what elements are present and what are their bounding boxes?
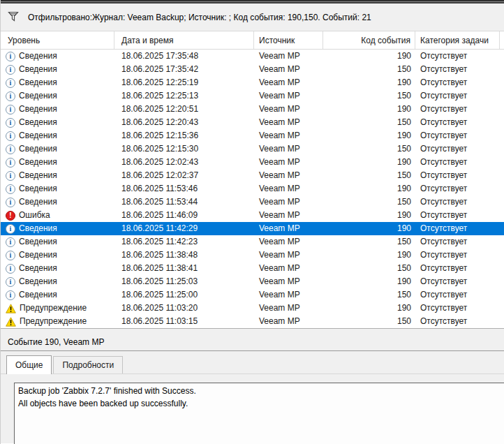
cell-source: Veeam MP [254,235,323,249]
info-icon: i [6,277,15,287]
cell-datetime: 18.06.2025 12:02:43 [114,156,254,169]
cell-datetime: 18.06.2025 12:15:30 [114,142,254,156]
cell-filler [500,249,504,262]
cell-category: Отсутствует [415,182,500,195]
cell-code: 190 [323,182,415,195]
event-description-line: Backup job 'Zabbix 7.2.7' finished with … [18,385,503,397]
event-row[interactable]: Предупреждение18.06.2025 11:03:20Veeam M… [1,302,504,315]
event-list: iСведения18.06.2025 17:35:48Veeam MP190О… [1,50,504,328]
event-row[interactable]: !Ошибка18.06.2025 11:46:09Veeam MP190Отс… [1,209,504,222]
event-row[interactable]: iСведения18.06.2025 11:25:03Veeam MP190О… [1,275,504,288]
event-row[interactable]: iСведения18.06.2025 11:25:00Veeam MP150О… [1,288,504,302]
cell-category: Отсутствует [415,262,500,275]
cell-category: Отсутствует [415,63,500,76]
level-label: Сведения [19,288,57,302]
info-icon: i [6,198,15,207]
event-row[interactable]: iСведения18.06.2025 11:42:23Veeam MP150О… [1,235,504,249]
cell-level: iСведения [1,222,114,235]
cell-source: Veeam MP [254,103,323,116]
cell-source: Veeam MP [254,195,323,209]
warning-icon [6,317,16,327]
level-label: Сведения [19,249,57,262]
cell-category: Отсутствует [415,50,500,63]
cell-level: iСведения [1,262,114,275]
event-description-box[interactable]: Backup job 'Zabbix 7.2.7' finished with … [14,383,504,444]
column-header-source[interactable]: Источник [254,31,323,49]
column-header-datetime[interactable]: Дата и время [114,31,254,49]
tab-general[interactable]: Общие [6,355,52,374]
level-label: Сведения [19,116,57,129]
event-row[interactable]: iСведения18.06.2025 12:20:43Veeam MP150О… [1,116,504,129]
info-icon: i [6,118,15,128]
cell-code: 150 [323,142,415,156]
event-row[interactable]: iСведения18.06.2025 12:02:43Veeam MP190О… [1,156,504,169]
cell-code: 150 [323,315,415,328]
info-icon: i [6,158,15,168]
cell-code: 190 [323,156,415,169]
column-header-category[interactable]: Категория задачи [415,31,500,49]
info-icon: i [6,290,15,300]
event-row[interactable]: iСведения18.06.2025 11:53:46Veeam MP190О… [1,182,504,195]
cell-datetime: 18.06.2025 17:35:42 [114,63,254,76]
event-row-selected[interactable]: iСведения18.06.2025 11:42:29Veeam MP190О… [1,222,504,235]
info-icon: i [6,251,15,260]
cell-datetime: 18.06.2025 11:42:29 [114,222,254,235]
level-label: Сведения [19,142,57,156]
level-label: Сведения [19,235,57,249]
cell-level: iСведения [1,275,114,288]
cell-category: Отсутствует [415,103,500,116]
cell-level: iСведения [1,63,114,76]
event-description-line: All objects have been backed up successf… [18,397,503,410]
preview-tabstrip: ОбщиеПодробности [1,351,504,374]
level-label: Предупреждение [20,315,87,328]
level-label: Сведения [19,169,57,182]
info-icon: i [6,105,15,114]
level-label: Сведения [19,63,57,76]
event-row[interactable]: iСведения18.06.2025 11:53:44Veeam MP150О… [1,195,504,209]
info-icon: i [6,224,15,234]
cell-datetime: 18.06.2025 11:25:03 [114,275,254,288]
column-header-level[interactable]: Уровень [1,31,114,49]
cell-source: Veeam MP [254,169,323,182]
cell-code: 190 [323,249,415,262]
cell-datetime: 18.06.2025 12:25:19 [114,76,254,89]
info-icon: i [6,171,15,181]
event-row[interactable]: iСведения18.06.2025 12:25:19Veeam MP190О… [1,76,504,89]
pane-splitter[interactable] [1,328,504,333]
cell-filler [500,103,504,116]
event-row[interactable]: iСведения18.06.2025 17:35:42Veeam MP150О… [1,63,504,76]
cell-level: iСведения [1,169,114,182]
event-row[interactable]: iСведения18.06.2025 12:15:30Veeam MP150О… [1,142,504,156]
event-row[interactable]: iСведения18.06.2025 12:15:36Veeam MP190О… [1,129,504,142]
tab-details[interactable]: Подробности [53,356,123,373]
cell-level: !Ошибка [1,209,114,222]
cell-code: 190 [323,103,415,116]
cell-code: 150 [323,169,415,182]
cell-datetime: 18.06.2025 12:15:36 [114,129,254,142]
event-row[interactable]: Предупреждение18.06.2025 11:03:15Veeam M… [1,315,504,328]
cell-source: Veeam MP [254,262,323,275]
preview-pane-body: Backup job 'Zabbix 7.2.7' finished with … [1,374,504,443]
event-row[interactable]: iСведения18.06.2025 11:38:41Veeam MP150О… [1,262,504,275]
preview-pane-title: Событие 190, Veeam MP [1,333,504,351]
cell-filler [500,209,504,222]
event-row[interactable]: iСведения18.06.2025 12:20:51Veeam MP190О… [1,103,504,116]
cell-category: Отсутствует [415,195,500,209]
column-header-code[interactable]: Код события [323,31,415,49]
event-row[interactable]: iСведения18.06.2025 17:35:48Veeam MP190О… [1,50,504,63]
event-row[interactable]: iСведения18.06.2025 11:38:48Veeam MP190О… [1,249,504,262]
level-label: Сведения [19,262,57,275]
warning-icon [6,304,16,313]
cell-datetime: 18.06.2025 11:38:48 [114,249,254,262]
cell-category: Отсутствует [415,156,500,169]
event-row[interactable]: iСведения18.06.2025 12:02:37Veeam MP150О… [1,169,504,182]
cell-datetime: 18.06.2025 11:03:20 [114,302,254,315]
event-row[interactable]: iСведения18.06.2025 12:25:13Veeam MP150О… [1,89,504,103]
cell-datetime: 18.06.2025 11:03:15 [114,315,254,328]
cell-datetime: 18.06.2025 12:02:37 [114,169,254,182]
cell-level: iСведения [1,76,114,89]
cell-category: Отсутствует [415,142,500,156]
info-icon: i [6,91,15,101]
cell-level: iСведения [1,50,114,63]
cell-filler [500,315,504,328]
